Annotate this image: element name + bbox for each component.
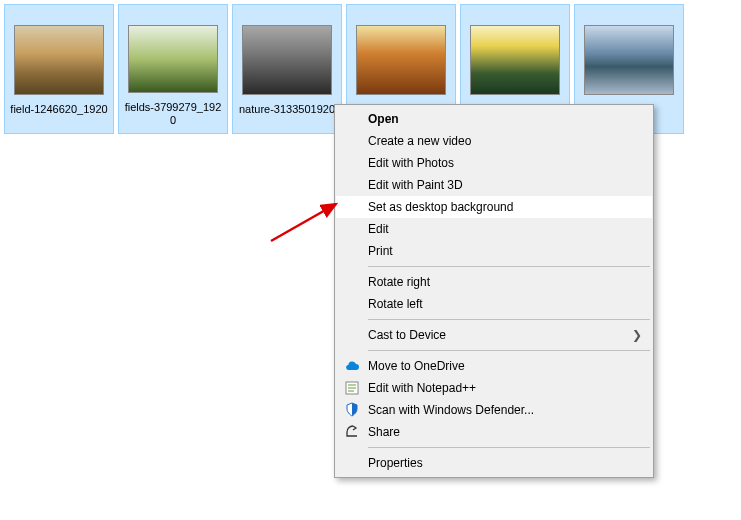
menu-separator: [368, 350, 650, 351]
file-item[interactable]: nature-3133501920: [232, 4, 342, 134]
menu-edit[interactable]: Edit: [336, 218, 652, 240]
menu-move-to-onedrive[interactable]: Move to OneDrive: [336, 355, 652, 377]
file-item[interactable]: field-1246620_1920: [4, 4, 114, 134]
menu-edit-notepadpp[interactable]: Edit with Notepad++: [336, 377, 652, 399]
menu-share[interactable]: Share: [336, 421, 652, 443]
file-thumbnail: [470, 25, 560, 95]
menu-scan-defender[interactable]: Scan with Windows Defender...: [336, 399, 652, 421]
menu-edit-paint3d[interactable]: Edit with Paint 3D: [336, 174, 652, 196]
file-thumbnail: [14, 25, 104, 95]
cloud-icon: [344, 358, 360, 374]
menu-print[interactable]: Print: [336, 240, 652, 262]
file-label: field-1246620_1920: [10, 103, 107, 116]
menu-separator: [368, 447, 650, 448]
file-thumbnail: [242, 25, 332, 95]
menu-set-desktop-background[interactable]: Set as desktop background: [336, 196, 652, 218]
notepad-icon: [344, 380, 360, 396]
context-menu: Open Create a new video Edit with Photos…: [334, 104, 654, 478]
file-label: fields-3799279_1920: [123, 101, 223, 127]
share-icon: [344, 424, 360, 440]
file-thumbnail: [128, 25, 218, 93]
file-thumbnail: [584, 25, 674, 95]
menu-properties[interactable]: Properties: [336, 452, 652, 474]
menu-rotate-right[interactable]: Rotate right: [336, 271, 652, 293]
menu-separator: [368, 319, 650, 320]
menu-rotate-left[interactable]: Rotate left: [336, 293, 652, 315]
menu-create-video[interactable]: Create a new video: [336, 130, 652, 152]
menu-edit-photos[interactable]: Edit with Photos: [336, 152, 652, 174]
shield-icon: [344, 402, 360, 418]
menu-separator: [368, 266, 650, 267]
file-thumbnail: [356, 25, 446, 95]
chevron-right-icon: ❯: [632, 328, 642, 342]
file-item[interactable]: fields-3799279_1920: [118, 4, 228, 134]
file-label: nature-3133501920: [239, 103, 335, 116]
menu-open[interactable]: Open: [336, 108, 652, 130]
svg-line-4: [271, 204, 336, 241]
menu-cast-to-device[interactable]: Cast to Device ❯: [336, 324, 652, 346]
